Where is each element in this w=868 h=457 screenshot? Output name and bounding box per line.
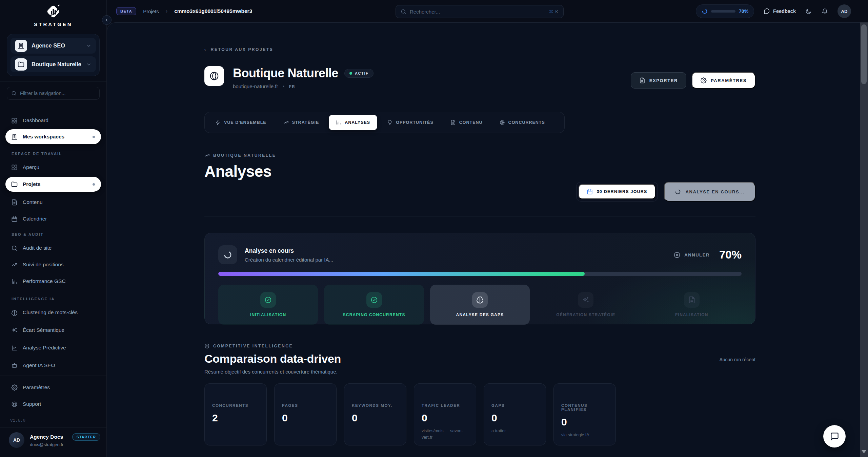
message-circle-icon <box>763 8 770 15</box>
chevron-left-icon: ‹ <box>204 47 207 52</box>
bell-icon[interactable] <box>821 8 828 15</box>
folder-icon <box>11 181 18 188</box>
active-dot <box>349 72 352 75</box>
analyses-eyebrow: BOUTIQUE NATURELLE <box>213 153 276 158</box>
settings-button[interactable]: PARAMÈTRES <box>692 72 755 89</box>
user-info: Agency Docs STARTER docs@stratgen.fr <box>30 433 100 447</box>
stat-value: 0 <box>282 412 329 424</box>
tab-label: VUE D'ENSEMBLE <box>224 120 266 125</box>
user-card[interactable]: AD Agency Docs STARTER docs@stratgen.fr <box>0 427 106 448</box>
status-badge: ACTIF <box>344 69 374 78</box>
spinner-tile <box>218 245 237 264</box>
project-locale: FR <box>289 84 295 89</box>
cancel-button[interactable]: ANNULER <box>673 251 710 259</box>
sidebar-item-analyse-predictive[interactable]: Analyse Prédictive <box>0 342 106 354</box>
project-selector-label: Boutique Naturelle <box>32 61 82 68</box>
stat-sub: a traiter <box>491 428 538 434</box>
file-icon <box>450 120 456 125</box>
trending-up-icon <box>283 120 289 125</box>
analysis-running-button[interactable]: ANALYSE EN COURS... <box>664 182 755 202</box>
nav-filter[interactable] <box>7 87 100 100</box>
tab-contenu[interactable]: CONTENU <box>443 115 490 130</box>
sidebar-item-performance-gsc[interactable]: Performance GSC <box>0 275 106 287</box>
stats-row: CONCURRENTS 2 PAGES 0 KEYWORDS MOY. 0 TR… <box>204 383 755 445</box>
stat-card-keywords-moy: KEYWORDS MOY. 0 <box>344 383 406 445</box>
feedback-button[interactable]: Feedback <box>763 8 796 15</box>
stratgen-logo-icon <box>45 3 62 20</box>
tab-label: ANALYSES <box>345 120 370 125</box>
agency-selector[interactable]: Agence SEO <box>11 38 96 54</box>
main-panel: ‹ RETOUR AUX PROJETS Boutique Naturelle … <box>107 22 860 457</box>
sidebar-item-label: Mes workspaces <box>23 134 87 140</box>
brain-icon <box>472 292 488 308</box>
sidebar-item-clustering[interactable]: Clustering de mots-clés <box>0 306 106 319</box>
sidebar-item-dashboard[interactable]: Dashboard <box>0 114 106 127</box>
sidebar-item-label: Support <box>23 401 41 407</box>
nav-filter-input[interactable] <box>20 91 95 96</box>
sidebar-item-label: Calendrier <box>23 216 47 222</box>
job-progress-pill[interactable]: 70% <box>696 4 754 18</box>
scrollbar-thumb[interactable] <box>861 24 867 84</box>
sidebar-item-ecart-semantique[interactable]: Écart Sémantique <box>0 324 106 336</box>
analyses-header: BOUTIQUE NATURELLE Analyses 30 DERNIERS … <box>204 153 755 203</box>
avatar[interactable]: AD <box>837 4 851 18</box>
moon-icon[interactable] <box>805 8 812 15</box>
tab-analyses[interactable]: ANALYSES <box>329 115 377 130</box>
run-subtitle: Création du calendrier éditorial par IA.… <box>245 257 333 263</box>
comparison-header: COMPETITIVE INTELLIGENCE Comparaison dat… <box>204 343 755 375</box>
brand-logo: STRATGEN <box>0 0 106 27</box>
tab-label: STRATÉGIE <box>292 120 319 125</box>
sidebar-item-support[interactable]: Support <box>0 398 106 410</box>
section-intelligence-ia: INTELLIGENCE IA <box>0 297 106 301</box>
sidebar-collapse-button[interactable] <box>102 15 112 25</box>
tab-vue-densemble[interactable]: VUE D'ENSEMBLE <box>208 115 274 130</box>
export-button[interactable]: EXPORTER <box>631 72 686 89</box>
running-label: ANALYSE EN COURS... <box>686 189 745 194</box>
breadcrumb-projets[interactable]: Projets <box>143 8 159 14</box>
back-link-label: RETOUR AUX PROJETS <box>211 47 274 52</box>
project-selector[interactable]: Boutique Naturelle <box>11 56 96 72</box>
sidebar-item-parametres[interactable]: Paramètres <box>0 381 106 394</box>
scrollbar[interactable] <box>860 22 868 457</box>
progress-bar-fill <box>218 272 585 276</box>
bar-chart-icon <box>11 278 18 285</box>
tab-concurrents[interactable]: CONCURRENTS <box>492 115 552 130</box>
sidebar-item-agent-ia-seo[interactable]: Agent IA SEO <box>0 359 106 372</box>
tab-label: OPPORTUNITÉS <box>396 120 433 125</box>
global-search[interactable]: ⌘ K <box>396 5 564 18</box>
spinner-icon <box>702 8 708 14</box>
sidebar-item-mes-workspaces[interactable]: Mes workspaces <box>5 129 101 144</box>
sidebar-item-label: Dashboard <box>23 117 48 123</box>
sidebar-item-suivi-de-positions[interactable]: Suivi de positions <box>0 259 106 271</box>
breadcrumb: BETA Projets › cmmo3x61g0001l50495mwber3 <box>116 7 252 15</box>
gear-icon <box>701 77 707 83</box>
sidebar-item-calendrier[interactable]: Calendrier <box>0 213 106 225</box>
tab-label: CONTENU <box>459 120 483 125</box>
stat-label: CONCURRENTS <box>212 403 259 407</box>
brain-icon <box>11 309 18 316</box>
search-shortcut: ⌘ K <box>549 9 559 14</box>
workspace-switcher: Agence SEO Boutique Naturelle <box>7 34 100 76</box>
tab-opportunites[interactable]: OPPORTUNITÉS <box>380 115 441 130</box>
export-label: EXPORTER <box>649 78 678 83</box>
sidebar-item-label: Analyse Prédictive <box>23 345 66 351</box>
status-dot <box>93 183 95 186</box>
sidebar-item-apercu[interactable]: Aperçu <box>0 161 106 173</box>
search-input[interactable] <box>410 9 546 15</box>
scrollbar-down-arrow[interactable] <box>862 450 866 453</box>
zap-icon <box>215 120 221 125</box>
sidebar-item-audit-de-site[interactable]: Audit de site <box>0 242 106 254</box>
date-range-label: 30 DERNIERS JOURS <box>597 189 647 194</box>
step-finalisation: FINALISATION <box>642 285 742 325</box>
chevron-left-icon <box>104 18 109 22</box>
date-range-button[interactable]: 30 DERNIERS JOURS <box>579 184 655 199</box>
tab-strategie[interactable]: STRATÉGIE <box>276 115 326 130</box>
back-to-projects-link[interactable]: ‹ RETOUR AUX PROJETS <box>204 47 755 52</box>
sidebar-item-contenu[interactable]: Contenu <box>0 196 106 208</box>
stat-card-trafic-leader: TRAFIC LEADER 0 visites/mois — savon-ver… <box>414 383 476 445</box>
chat-fab-button[interactable] <box>823 425 846 448</box>
project-domain: boutique-naturelle.fr <box>233 83 278 89</box>
sidebar-item-projets[interactable]: Projets <box>5 177 101 192</box>
feedback-label: Feedback <box>773 8 796 14</box>
run-percent: 70% <box>719 248 742 261</box>
